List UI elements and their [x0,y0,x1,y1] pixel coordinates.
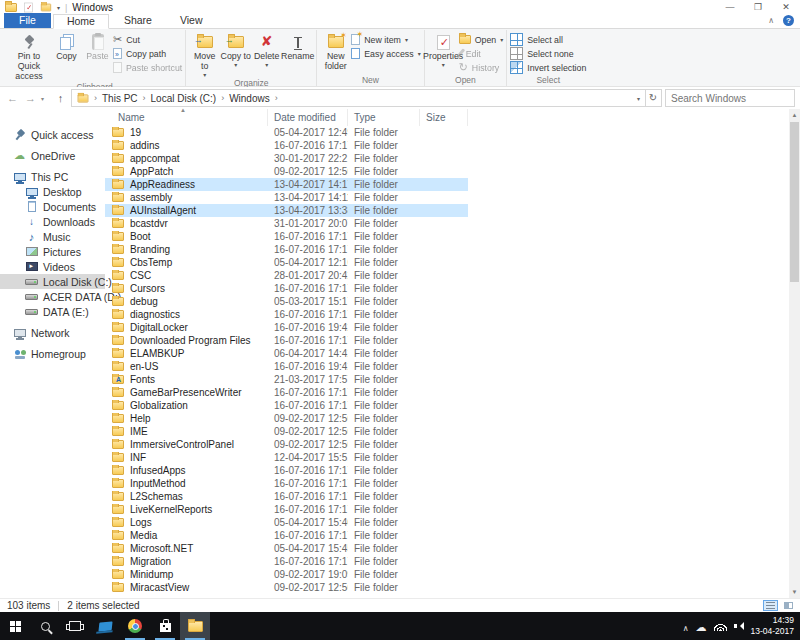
refresh-icon[interactable]: ↻ [645,89,662,107]
taskbar-chrome-app[interactable] [120,612,150,640]
details-view-button[interactable] [763,600,778,611]
file-row[interactable]: addins16-07-2016 17:17File folder [105,139,468,152]
file-row[interactable]: Cursors16-07-2016 17:17File folder [105,282,468,295]
breadcrumb-windows[interactable]: Windows [229,93,270,104]
new-folder-qat-icon[interactable] [41,4,51,12]
customize-qat-dropdown-icon[interactable]: ▾ [57,4,60,11]
sidebar-item-onedrive[interactable]: OneDrive [0,148,105,163]
new-item-button[interactable]: New item▾ [351,33,420,46]
copy-to-button[interactable]: → Copy to▾ [220,30,251,69]
file-row[interactable]: INF12-04-2017 15:51File folder [105,451,468,464]
breadcrumb[interactable]: › This PC › Local Disk (C:) › Windows › … [71,89,646,107]
file-row[interactable]: Fonts21-03-2017 17:57File folder [105,373,468,386]
paste-shortcut-button[interactable]: Paste shortcut [113,61,182,74]
sidebar-item-desktop[interactable]: Desktop [0,184,105,199]
column-header-date-modified[interactable]: Date modified [268,109,348,126]
file-row[interactable]: en-US16-07-2016 19:42File folder [105,360,468,373]
sidebar-item-pictures[interactable]: Pictures [0,244,105,259]
maximize-button[interactable]: ❐ [744,0,772,15]
pin-to-quick-access-button[interactable]: Pin to Quick access [7,30,51,82]
sidebar-item-quick-access[interactable]: Quick access [0,127,105,142]
file-row[interactable]: AppPatch09-02-2017 12:56File folder [105,165,468,178]
sidebar-item-documents[interactable]: Documents [0,199,105,214]
scroll-down-icon[interactable]: ▼ [789,586,800,598]
column-header-name[interactable]: Name▲ [105,109,268,126]
scroll-up-icon[interactable]: ▲ [789,109,800,121]
vertical-scrollbar[interactable]: ▲ ▼ [789,109,800,598]
select-none-button[interactable]: Select none [510,47,586,60]
file-row[interactable]: MiracastView09-02-2017 12:56File folder [105,581,468,594]
file-row[interactable]: debug05-03-2017 15:17File folder [105,295,468,308]
search-box[interactable] [665,89,795,107]
copy-button[interactable]: Copy [51,30,82,62]
file-row[interactable]: IME09-02-2017 12:56File folder [105,425,468,438]
cut-button[interactable]: Cut [113,33,182,46]
file-row[interactable]: assembly13-04-2017 14:11File folder [105,191,468,204]
file-row[interactable]: ELAMBKUP06-04-2017 14:42File folder [105,347,468,360]
file-row[interactable]: LiveKernelReports16-07-2016 17:17File fo… [105,503,468,516]
file-row[interactable]: Migration16-07-2016 17:17File folder [105,555,468,568]
taskbar-file-explorer-app[interactable] [180,612,210,640]
forward-icon[interactable]: → [23,92,38,104]
file-row[interactable]: bcastdvr31-01-2017 20:07File folder [105,217,468,230]
file-row[interactable]: Microsoft.NET05-04-2017 15:45File folder [105,542,468,555]
tray-expand-icon[interactable] [683,617,689,635]
scrollbar-thumb[interactable] [790,122,799,282]
file-row[interactable]: appcompat30-01-2017 22:21File folder [105,152,468,165]
back-icon[interactable]: ← [5,92,20,104]
tab-home[interactable]: Home [53,14,109,29]
task-view-button[interactable] [60,612,90,640]
file-row[interactable]: ImmersiveControlPanel09-02-2017 12:56Fil… [105,438,468,451]
wifi-icon[interactable] [714,622,727,631]
close-button[interactable]: ✕ [772,0,800,15]
file-row[interactable]: Downloaded Program Files16-07-2016 17:17… [105,334,468,347]
file-row[interactable]: InputMethod16-07-2016 17:17File folder [105,477,468,490]
collapse-ribbon-icon[interactable]: ∧ [768,16,774,25]
file-row[interactable]: Minidump09-02-2017 19:09File folder [105,568,468,581]
large-icons-view-button[interactable] [781,600,796,611]
breadcrumb-this-pc[interactable]: This PC [102,93,138,104]
taskbar-pen-device-app[interactable] [90,612,120,640]
minimize-button[interactable]: — [716,0,744,15]
file-row[interactable]: Boot16-07-2016 17:17File folder [105,230,468,243]
file-row[interactable]: Help09-02-2017 12:56File folder [105,412,468,425]
file-row[interactable]: diagnostics16-07-2016 17:17File folder [105,308,468,321]
tab-share[interactable]: Share [111,13,165,28]
file-row[interactable]: Globalization16-07-2016 17:17File folder [105,399,468,412]
sidebar-item-local-disk-c[interactable]: Local Disk (C:) [0,274,105,289]
file-row[interactable]: AUInstallAgent13-04-2017 13:38File folde… [105,204,468,217]
properties-qat-icon[interactable] [24,3,32,13]
copy-path-button[interactable]: Copy path [113,47,182,60]
history-button[interactable]: History [459,61,504,74]
sidebar-item-acer-data-d[interactable]: ACER DATA (D:) [0,289,105,304]
file-row[interactable]: Logs05-04-2017 15:40File folder [105,516,468,529]
onedrive-tray-icon[interactable] [696,617,707,635]
tab-view[interactable]: View [167,13,216,28]
paste-button[interactable]: Paste [82,30,113,62]
file-row[interactable]: GameBarPresenceWriter16-07-2016 17:17Fil… [105,386,468,399]
file-row[interactable]: DigitalLocker16-07-2016 19:42File folder [105,321,468,334]
breadcrumb-local-disk[interactable]: Local Disk (C:) [151,93,217,104]
sidebar-item-homegroup[interactable]: Homegroup [0,346,105,361]
sidebar-item-network[interactable]: Network [0,325,105,340]
sidebar-item-this-pc[interactable]: This PC [0,169,105,184]
file-row[interactable]: InfusedApps16-07-2016 17:17File folder [105,464,468,477]
file-row[interactable]: CSC28-01-2017 20:42File folder [105,269,468,282]
select-all-button[interactable]: Select all [510,33,586,46]
tab-file[interactable]: File [4,13,51,28]
sidebar-item-music[interactable]: Music [0,229,105,244]
sidebar-item-downloads[interactable]: Downloads [0,214,105,229]
up-icon[interactable]: ↑ [53,92,68,104]
help-icon[interactable]: ? [783,15,794,26]
recent-locations-dropdown-icon[interactable]: ▾ [41,95,50,102]
file-row[interactable]: CbsTemp05-04-2017 12:16File folder [105,256,468,269]
easy-access-button[interactable]: Easy access▾ [351,47,420,60]
properties-button[interactable]: Properties▾ [428,30,459,69]
delete-button[interactable]: Delete▾ [251,30,282,69]
file-row[interactable]: AppReadiness13-04-2017 14:17File folder [105,178,468,191]
taskbar-search-button[interactable] [30,612,60,640]
invert-selection-button[interactable]: Invert selection [510,61,586,74]
open-button[interactable]: Open▾ [459,33,504,46]
file-row[interactable]: 1905-04-2017 12:49File folder [105,126,468,139]
column-header-type[interactable]: Type [348,109,420,126]
